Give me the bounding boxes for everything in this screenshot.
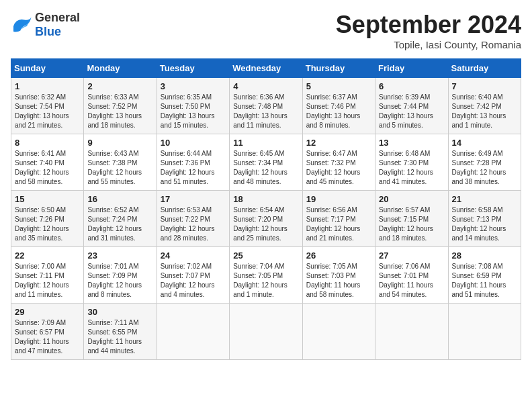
day-number: 7	[452, 81, 517, 91]
calendar-cell	[375, 304, 448, 360]
calendar-cell: 13Sunrise: 6:48 AM Sunset: 7:30 PM Dayli…	[375, 134, 448, 191]
day-info: Sunrise: 6:40 AM Sunset: 7:42 PM Dayligh…	[452, 93, 517, 130]
day-info: Sunrise: 6:56 AM Sunset: 7:17 PM Dayligh…	[306, 205, 371, 243]
calendar-cell: 8Sunrise: 6:41 AM Sunset: 7:40 PM Daylig…	[11, 134, 84, 191]
day-info: Sunrise: 6:47 AM Sunset: 7:32 PM Dayligh…	[306, 149, 371, 187]
calendar-cell: 26Sunrise: 7:05 AM Sunset: 7:03 PM Dayli…	[302, 247, 375, 304]
day-info: Sunrise: 7:01 AM Sunset: 7:09 PM Dayligh…	[87, 262, 152, 300]
page-header: General Blue September 2024 Topile, Iasi…	[11, 11, 521, 50]
logo: General Blue	[11, 11, 80, 39]
day-number: 30	[87, 307, 152, 317]
day-number: 17	[161, 194, 226, 204]
calendar-cell: 24Sunrise: 7:02 AM Sunset: 7:07 PM Dayli…	[157, 247, 229, 304]
calendar-cell	[302, 304, 375, 360]
calendar-cell	[448, 304, 521, 360]
calendar-cell	[230, 304, 302, 360]
calendar-cell: 5Sunrise: 6:37 AM Sunset: 7:46 PM Daylig…	[302, 78, 375, 134]
calendar-table: SundayMondayTuesdayWednesdayThursdayFrid…	[11, 58, 521, 360]
calendar-cell: 7Sunrise: 6:40 AM Sunset: 7:42 PM Daylig…	[448, 78, 521, 134]
day-number: 9	[87, 138, 152, 148]
day-number: 11	[233, 138, 298, 148]
calendar-cell: 30Sunrise: 7:11 AM Sunset: 6:55 PM Dayli…	[84, 304, 157, 360]
calendar-cell: 11Sunrise: 6:45 AM Sunset: 7:34 PM Dayli…	[230, 134, 302, 191]
logo-icon	[11, 15, 32, 34]
day-info: Sunrise: 6:52 AM Sunset: 7:24 PM Dayligh…	[87, 205, 152, 243]
calendar-cell	[157, 304, 229, 360]
location-subtitle: Topile, Iasi County, Romania	[336, 39, 521, 50]
day-number: 21	[452, 194, 517, 204]
weekday-header-friday: Friday	[375, 59, 448, 78]
day-number: 28	[452, 250, 517, 261]
week-row-1: 1Sunrise: 6:32 AM Sunset: 7:54 PM Daylig…	[11, 78, 521, 134]
calendar-cell: 1Sunrise: 6:32 AM Sunset: 7:54 PM Daylig…	[11, 78, 84, 134]
calendar-cell: 18Sunrise: 6:54 AM Sunset: 7:20 PM Dayli…	[230, 191, 302, 247]
weekday-header-tuesday: Tuesday	[157, 59, 229, 78]
weekday-header-row: SundayMondayTuesdayWednesdayThursdayFrid…	[11, 59, 521, 78]
calendar-cell: 22Sunrise: 7:00 AM Sunset: 7:11 PM Dayli…	[11, 247, 84, 304]
day-number: 27	[379, 250, 444, 261]
day-info: Sunrise: 6:50 AM Sunset: 7:26 PM Dayligh…	[15, 205, 80, 243]
calendar-cell: 15Sunrise: 6:50 AM Sunset: 7:26 PM Dayli…	[11, 191, 84, 247]
title-area: September 2024 Topile, Iasi County, Roma…	[336, 11, 521, 50]
calendar-cell: 25Sunrise: 7:04 AM Sunset: 7:05 PM Dayli…	[230, 247, 302, 304]
calendar-cell: 2Sunrise: 6:33 AM Sunset: 7:52 PM Daylig…	[84, 78, 157, 134]
day-info: Sunrise: 6:44 AM Sunset: 7:36 PM Dayligh…	[161, 149, 226, 187]
day-info: Sunrise: 6:43 AM Sunset: 7:38 PM Dayligh…	[87, 149, 152, 187]
day-number: 4	[233, 81, 298, 91]
day-info: Sunrise: 6:39 AM Sunset: 7:44 PM Dayligh…	[379, 93, 444, 130]
day-number: 1	[15, 81, 80, 91]
calendar-cell: 6Sunrise: 6:39 AM Sunset: 7:44 PM Daylig…	[375, 78, 448, 134]
day-info: Sunrise: 6:35 AM Sunset: 7:50 PM Dayligh…	[161, 93, 226, 130]
day-number: 25	[233, 250, 298, 261]
weekday-header-thursday: Thursday	[302, 59, 375, 78]
day-info: Sunrise: 6:36 AM Sunset: 7:48 PM Dayligh…	[233, 93, 298, 130]
weekday-header-monday: Monday	[84, 59, 157, 78]
calendar-cell: 9Sunrise: 6:43 AM Sunset: 7:38 PM Daylig…	[84, 134, 157, 191]
logo-general: General	[35, 11, 80, 24]
calendar-cell: 17Sunrise: 6:53 AM Sunset: 7:22 PM Dayli…	[157, 191, 229, 247]
day-info: Sunrise: 7:04 AM Sunset: 7:05 PM Dayligh…	[233, 262, 298, 300]
day-info: Sunrise: 6:48 AM Sunset: 7:30 PM Dayligh…	[379, 149, 444, 187]
day-info: Sunrise: 6:57 AM Sunset: 7:15 PM Dayligh…	[379, 205, 444, 243]
day-info: Sunrise: 6:37 AM Sunset: 7:46 PM Dayligh…	[306, 93, 371, 130]
day-number: 12	[306, 138, 371, 148]
day-info: Sunrise: 6:58 AM Sunset: 7:13 PM Dayligh…	[452, 205, 517, 243]
calendar-cell: 14Sunrise: 6:49 AM Sunset: 7:28 PM Dayli…	[448, 134, 521, 191]
day-info: Sunrise: 7:11 AM Sunset: 6:55 PM Dayligh…	[87, 318, 152, 356]
weekday-header-wednesday: Wednesday	[230, 59, 302, 78]
calendar-cell: 3Sunrise: 6:35 AM Sunset: 7:50 PM Daylig…	[157, 78, 229, 134]
day-info: Sunrise: 6:53 AM Sunset: 7:22 PM Dayligh…	[161, 205, 226, 243]
calendar-cell: 21Sunrise: 6:58 AM Sunset: 7:13 PM Dayli…	[448, 191, 521, 247]
day-number: 22	[15, 250, 80, 261]
day-number: 24	[161, 250, 226, 261]
weekday-header-sunday: Sunday	[11, 59, 84, 78]
day-number: 10	[161, 138, 226, 148]
calendar-cell: 16Sunrise: 6:52 AM Sunset: 7:24 PM Dayli…	[84, 191, 157, 247]
week-row-3: 15Sunrise: 6:50 AM Sunset: 7:26 PM Dayli…	[11, 191, 521, 247]
weekday-header-saturday: Saturday	[448, 59, 521, 78]
day-number: 16	[87, 194, 152, 204]
day-info: Sunrise: 6:49 AM Sunset: 7:28 PM Dayligh…	[452, 149, 517, 187]
day-number: 29	[15, 307, 80, 317]
calendar-cell: 29Sunrise: 7:09 AM Sunset: 6:57 PM Dayli…	[11, 304, 84, 360]
calendar-cell: 28Sunrise: 7:08 AM Sunset: 6:59 PM Dayli…	[448, 247, 521, 304]
calendar-cell: 23Sunrise: 7:01 AM Sunset: 7:09 PM Dayli…	[84, 247, 157, 304]
day-info: Sunrise: 7:05 AM Sunset: 7:03 PM Dayligh…	[306, 262, 371, 300]
day-number: 14	[452, 138, 517, 148]
day-number: 2	[87, 81, 152, 91]
day-number: 20	[379, 194, 444, 204]
day-number: 26	[306, 250, 371, 261]
day-info: Sunrise: 7:09 AM Sunset: 6:57 PM Dayligh…	[15, 318, 80, 356]
week-row-4: 22Sunrise: 7:00 AM Sunset: 7:11 PM Dayli…	[11, 247, 521, 304]
calendar-cell: 27Sunrise: 7:06 AM Sunset: 7:01 PM Dayli…	[375, 247, 448, 304]
month-title: September 2024	[336, 11, 521, 39]
day-number: 15	[15, 194, 80, 204]
day-number: 13	[379, 138, 444, 148]
calendar-cell: 20Sunrise: 6:57 AM Sunset: 7:15 PM Dayli…	[375, 191, 448, 247]
day-info: Sunrise: 6:33 AM Sunset: 7:52 PM Dayligh…	[87, 93, 152, 130]
logo-blue: Blue	[35, 25, 61, 38]
day-number: 18	[233, 194, 298, 204]
calendar-cell: 4Sunrise: 6:36 AM Sunset: 7:48 PM Daylig…	[230, 78, 302, 134]
day-number: 5	[306, 81, 371, 91]
day-number: 8	[15, 138, 80, 148]
